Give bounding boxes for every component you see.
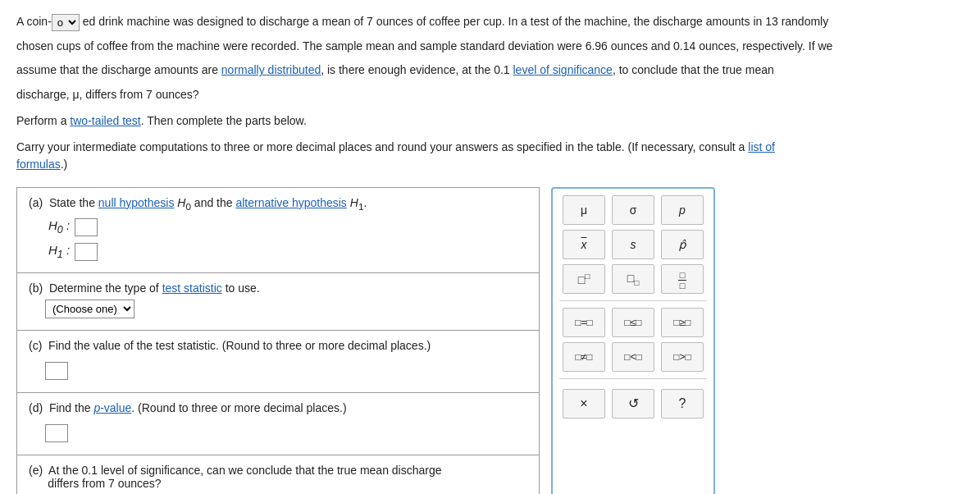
lt-symbol: □<□	[624, 351, 642, 363]
neq-symbol: □≠□	[575, 351, 592, 363]
phat-symbol: p̂	[679, 238, 686, 251]
question-a-label: (a) State the null hypothesis H0 and the…	[29, 196, 527, 212]
undo-icon: ↺	[628, 396, 639, 411]
square-symbol: □□	[578, 272, 590, 286]
question-d: (d) Find the p-value. (Round to three or…	[17, 393, 539, 455]
sigma-symbol: σ	[630, 204, 637, 217]
sym-actions-row: × ↺ ?	[559, 389, 707, 419]
sym-close-button[interactable]: ×	[563, 389, 605, 419]
link-list-of-formulas[interactable]: list offormulas	[16, 140, 775, 172]
sym-geq[interactable]: □≥□	[661, 308, 704, 337]
dropdown-prefix: A coin-	[16, 15, 52, 28]
problem-line-2: chosen cups of coffee from the machine w…	[16, 38, 964, 56]
problem-line-3: assume that the discharge amounts are no…	[16, 62, 964, 80]
link-null-hypothesis[interactable]: null hypothesis	[98, 196, 175, 209]
sym-row-3: □□ □□ □ □	[559, 264, 707, 294]
sym-undo-button[interactable]: ↺	[612, 389, 654, 419]
link-two-tailed-test[interactable]: two-tailed test	[70, 114, 140, 127]
sym-row-4: □=□ □≤□ □≥□	[559, 308, 707, 337]
help-icon: ?	[679, 396, 686, 411]
gt-symbol: □>□	[673, 351, 691, 363]
perform-text: Perform a two-tailed test. Then complete…	[16, 112, 964, 130]
test-statistic-select[interactable]: (Choose one) z t chi-square F	[45, 300, 134, 318]
problem-text-1: ed drink machine was designed to dischar…	[83, 15, 829, 28]
h1-input[interactable]	[75, 243, 98, 261]
sym-row-2: x s p̂	[559, 230, 707, 259]
symbol-panel: μ σ p x s p̂ □□	[551, 187, 715, 494]
question-d-label: (d) Find the p-value. (Round to three or…	[29, 401, 527, 414]
geq-symbol: □≥□	[673, 317, 691, 328]
h1-row: H1 :	[48, 243, 527, 261]
h0-row: H0 :	[48, 218, 527, 236]
leq-symbol: □≤□	[624, 317, 641, 328]
sym-s[interactable]: s	[612, 230, 654, 259]
sym-row-1: μ σ p	[559, 195, 707, 225]
link-p-value[interactable]: p-value	[93, 401, 131, 414]
sym-leq[interactable]: □≤□	[612, 308, 654, 337]
link-alternative-hypothesis[interactable]: alternative hypothesis	[235, 196, 346, 209]
fraction-symbol: □ □	[678, 268, 687, 290]
sym-lt[interactable]: □<□	[612, 342, 654, 372]
link-test-statistic[interactable]: test statistic	[162, 281, 222, 295]
question-c: (c) Find the value of the test statistic…	[17, 331, 539, 393]
coin-dropdown[interactable]: o	[52, 14, 80, 31]
sym-row-5: □≠□ □<□ □>□	[559, 342, 707, 372]
question-c-label: (c) Find the value of the test statistic…	[29, 339, 527, 352]
carry-text: Carry your intermediate computations to …	[16, 139, 964, 174]
sym-equals[interactable]: □=□	[563, 308, 605, 337]
question-b-label: (b) Determine the type of test statistic…	[29, 281, 527, 295]
test-statistic-row: (Choose one) z t chi-square F	[45, 300, 527, 318]
sym-divider-1	[559, 300, 707, 301]
xbar-symbol: x	[581, 238, 587, 251]
sym-divider-2	[559, 378, 707, 379]
question-a: (a) State the null hypothesis H0 and the…	[17, 188, 539, 273]
link-level-of-significance[interactable]: level of significance	[513, 63, 612, 76]
p-value-input[interactable]	[45, 424, 68, 442]
link-normally-distributed[interactable]: normally distributed	[221, 63, 321, 76]
sym-mu[interactable]: μ	[563, 195, 605, 225]
question-b: (b) Determine the type of test statistic…	[17, 273, 539, 331]
mu-symbol: μ	[581, 204, 587, 217]
question-e: (e) At the 0.1 level of significance, ca…	[17, 455, 539, 494]
sym-p[interactable]: p	[661, 195, 704, 225]
s-symbol: s	[631, 238, 636, 251]
sym-square[interactable]: □□	[563, 264, 605, 294]
question-e-label: (e) At the 0.1 level of significance, ca…	[29, 464, 527, 490]
problem-line-4: discharge, μ, differs from 7 ounces?	[16, 86, 964, 104]
sym-help-button[interactable]: ?	[661, 389, 704, 419]
q-a-text: (a) State the null hypothesis H0 and the…	[29, 196, 367, 209]
p-symbol: p	[679, 204, 686, 217]
sym-xbar[interactable]: x	[563, 230, 605, 259]
sym-neq[interactable]: □≠□	[563, 342, 605, 372]
h0-input[interactable]	[75, 218, 98, 236]
sym-gt[interactable]: □>□	[661, 342, 704, 372]
equals-symbol: □=□	[575, 317, 593, 328]
close-icon: ×	[580, 396, 587, 411]
test-statistic-input[interactable]	[45, 362, 68, 380]
sym-subscript[interactable]: □□	[612, 264, 654, 294]
h0-label: H0 :	[48, 218, 70, 236]
subscript-symbol: □□	[627, 272, 640, 287]
sym-fraction[interactable]: □ □	[661, 264, 704, 294]
sym-phat[interactable]: p̂	[661, 230, 704, 259]
questions-panel: (a) State the null hypothesis H0 and the…	[16, 187, 540, 494]
sym-sigma[interactable]: σ	[612, 195, 654, 225]
h1-label: H1 :	[48, 243, 70, 260]
